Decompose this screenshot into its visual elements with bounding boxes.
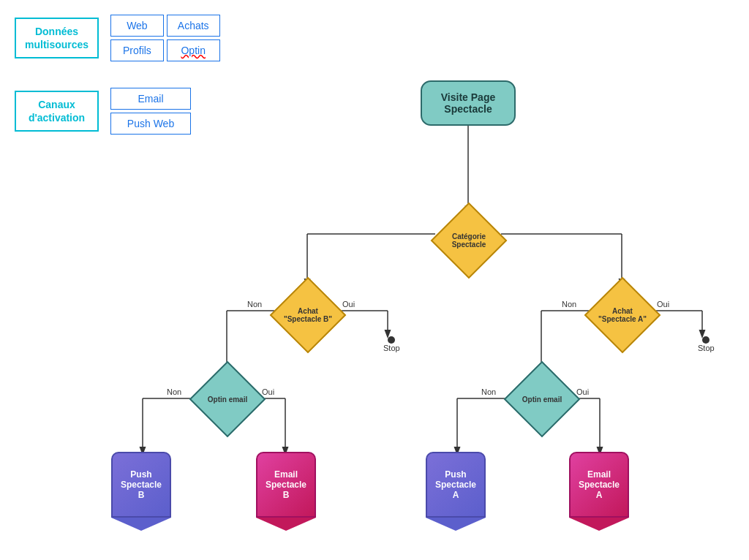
label-oui-d2l: Oui	[342, 300, 355, 309]
label-non-d3l: Non	[167, 387, 181, 396]
legend-item-profils: Profils	[110, 39, 164, 61]
label-non-d3r: Non	[481, 387, 496, 396]
card-email-a: EmailSpectacleA	[569, 452, 629, 518]
label-oui-d3r: Oui	[576, 387, 589, 396]
donnees-title: Données multisources	[15, 18, 99, 58]
stop-right: Stop	[698, 336, 715, 352]
label-oui-d3l: Oui	[262, 387, 274, 396]
label-oui-d2r: Oui	[657, 300, 669, 309]
legend-item-email: Email	[110, 88, 191, 110]
diamond-achat-a: Achat"Spectacle A"	[589, 281, 656, 349]
legend-item-achats: Achats	[167, 15, 220, 37]
card-email-b: EmailSpectacleB	[256, 452, 316, 518]
legend-item-web: Web	[110, 15, 164, 37]
donnees-section: Données multisources Web Achats Profils …	[15, 15, 220, 61]
diamond-optin-left: Optin email	[194, 366, 261, 433]
trigger-node: Visite PageSpectacle	[421, 80, 516, 126]
label-non-d2r: Non	[562, 300, 576, 309]
legend-item-optin: Optin	[167, 39, 220, 61]
diamond-optin-right: Optin email	[508, 366, 576, 433]
donnees-items: Web Achats Profils Optin	[110, 15, 220, 61]
card-push-a: PushSpectacleA	[426, 452, 486, 518]
canaux-section: Canauxd'activation Email Push Web	[15, 88, 191, 135]
canaux-title: Canauxd'activation	[15, 91, 99, 132]
legend-item-push-web: Push Web	[110, 113, 191, 135]
canaux-items: Email Push Web	[110, 88, 191, 135]
label-non-d2l: Non	[247, 300, 262, 309]
diamond-categorie: CatégorieSpectacle	[435, 207, 503, 274]
card-push-b: PushSpectacleB	[111, 452, 171, 518]
canvas: Données multisources Web Achats Profils …	[0, 0, 749, 560]
stop-left: Stop	[383, 336, 400, 352]
diamond-achat-b: Achat"Spectacle B"	[274, 281, 342, 349]
